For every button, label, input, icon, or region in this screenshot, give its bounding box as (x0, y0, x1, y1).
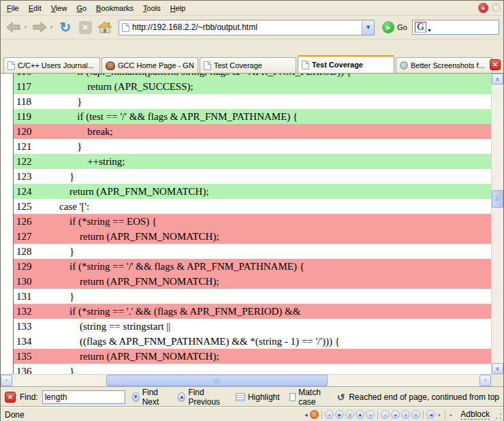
url-input[interactable] (129, 22, 362, 32)
close-tab-button[interactable]: ✕ (490, 59, 501, 70)
line-number: 129 (14, 261, 49, 272)
scroll-left-icon[interactable]: ‹ (1, 375, 12, 386)
url-bar[interactable]: ▼ (119, 20, 375, 35)
vertical-scrollbar[interactable]: ∧ ☰ ∨ (491, 74, 503, 374)
close-findbar-button[interactable]: ✕ (5, 392, 16, 403)
code-text: if (!apr_fnmatch(pattern, string, flags … (49, 74, 351, 78)
play-button[interactable]: ▶ (335, 410, 344, 419)
code-text: case '[': (49, 201, 89, 213)
horizontal-scroll-thumb[interactable]: ||| (106, 375, 328, 386)
tab-3[interactable]: Test Coverage (200, 57, 296, 73)
reload-button[interactable]: ↻ (57, 19, 74, 35)
menu-go[interactable]: Go (72, 2, 91, 14)
find-input[interactable] (42, 390, 125, 404)
match-case-checkbox[interactable]: Match case (287, 386, 333, 409)
code-line-120: 120 break; (13, 124, 491, 139)
menu-bookmarks[interactable]: Bookmarks (91, 2, 138, 14)
tab-title: Test Coverage (312, 61, 363, 69)
menu-file[interactable]: File (2, 2, 24, 14)
page-icon (302, 61, 309, 69)
find-next-label: Find Next (142, 388, 169, 407)
globe-icon (400, 61, 408, 69)
bookmarks-strip (1, 40, 503, 55)
tab-2[interactable]: GCC Home Page - GN... (101, 57, 198, 73)
code-line-124: 124 return (APR_FNM_NOMATCH); (13, 184, 491, 199)
expand-arrow[interactable]: ▸ (437, 410, 442, 419)
previous-track-button[interactable]: « (325, 410, 334, 419)
resize-grip-icon[interactable] (494, 412, 503, 421)
menu-edit[interactable]: Edit (24, 2, 46, 14)
find-bar: ✕ Find: ▼ Find Next ▲ Find Previous High… (1, 386, 503, 407)
code-text: ((flags & APR_FNM_PATHNAME) && *(string … (49, 336, 340, 347)
volume-up-button[interactable]: ∧ (401, 410, 410, 419)
code-text: (string == stringstart || (49, 321, 170, 332)
url-dropdown-icon[interactable]: ▼ (362, 20, 374, 35)
horizontal-scrollbar[interactable]: ‹ ||| › (1, 374, 503, 386)
back-arrow-icon (5, 20, 22, 35)
line-number: 119 (14, 111, 49, 123)
next-track-button[interactable]: » (366, 410, 375, 419)
menu-view[interactable]: View (46, 2, 72, 14)
forward-arrow-icon (31, 20, 48, 35)
code-text: if (*string == '.' && (flags & APR_FNM_P… (49, 306, 300, 317)
code-text: if (*string == '/' && flags & APR_FNM_PA… (49, 261, 304, 272)
code-text: } (49, 141, 82, 153)
eject-button[interactable]: ▲ (391, 410, 400, 419)
volume-down-button[interactable]: ∨ (411, 410, 420, 419)
software-update-icon[interactable]: ▲ (478, 3, 488, 13)
code-line-116: 116 if (!apr_fnmatch(pattern, string, fl… (13, 74, 491, 79)
forward-dropdown-icon[interactable]: ▼ (48, 20, 54, 35)
page-load-status: Done (5, 410, 303, 420)
scroll-up-icon[interactable]: ∧ (492, 74, 503, 84)
pause-button[interactable]: || (345, 410, 354, 419)
separator (377, 411, 378, 419)
vertical-scroll-thumb[interactable]: ☰ (492, 190, 503, 208)
find-previous-button[interactable]: ▲ Find Previous (175, 386, 229, 409)
find-label: Find: (20, 392, 38, 402)
code-line-119: 119 if (test == '/' && flags & APR_FNM_P… (13, 109, 491, 124)
go-label: Go (397, 23, 407, 31)
scrollbar-corner (491, 375, 503, 386)
go-button[interactable]: ▶ Go (379, 21, 410, 33)
code-line-126: 126 if (*string == EOS) { (13, 214, 491, 229)
menu-help[interactable]: Help (166, 2, 191, 14)
search-box[interactable]: G ▼ (412, 20, 499, 35)
menu-tools[interactable]: Tools (138, 2, 166, 14)
foxytunes-note-button[interactable]: ♪ (310, 410, 319, 419)
home-button[interactable] (96, 19, 114, 35)
tab-4[interactable]: Test Coverage (298, 55, 394, 73)
scroll-right-icon[interactable]: › (479, 375, 491, 386)
code-line-130: 130 return (APR_FNM_NOMATCH); (13, 274, 491, 289)
song-note-button[interactable]: ♪ (381, 410, 390, 419)
go-icon: ▶ (382, 21, 394, 33)
stop-button[interactable]: ■ (356, 410, 364, 419)
highlight-label: Highlight (248, 392, 280, 402)
mute-button[interactable]: ◀ (426, 410, 435, 419)
tab-5[interactable]: Better Screenshots f... (396, 57, 492, 73)
forward-button[interactable]: ▼ (31, 20, 54, 35)
find-next-button[interactable]: ▼ Find Next (129, 386, 172, 409)
code-line-129: 129 if (*string == '/' && flags & APR_FN… (13, 259, 491, 274)
line-number: 126 (14, 216, 49, 228)
back-dropdown-icon[interactable]: ▼ (22, 20, 29, 35)
code-line-127: 127 return (APR_FNM_NOMATCH); (13, 229, 491, 244)
stop-button[interactable]: ✕ (76, 19, 94, 35)
search-wrapped-icon: ↺ (336, 392, 345, 403)
line-number: 134 (14, 336, 49, 347)
code-text: return (APR_FNM_NOMATCH); (49, 351, 219, 362)
more-arrow[interactable]: ▸ (448, 410, 454, 419)
code-text: if (*string == EOS) { (49, 216, 157, 228)
code-line-136: 136 } (13, 364, 491, 374)
home-icon (97, 21, 112, 33)
code-line-118: 118 } (13, 94, 491, 109)
adblock-status[interactable]: Adblock (460, 409, 490, 420)
back-button[interactable]: ▼ (5, 20, 29, 35)
scroll-down-icon[interactable]: ∨ (492, 363, 503, 374)
page-content: 116 if (!apr_fnmatch(pattern, string, fl… (1, 74, 503, 374)
highlight-button[interactable]: Highlight (233, 390, 283, 404)
code-line-135: 135 return (APR_FNM_NOMATCH); (13, 349, 491, 364)
search-engine-dropdown-icon[interactable]: ▼ (427, 28, 432, 33)
tab-1[interactable]: C/C++ Users Journal... (3, 57, 100, 73)
foxytunes-collapse-arrow[interactable]: ◀ (303, 410, 309, 419)
tab-title: GCC Home Page - GN... (118, 61, 194, 69)
